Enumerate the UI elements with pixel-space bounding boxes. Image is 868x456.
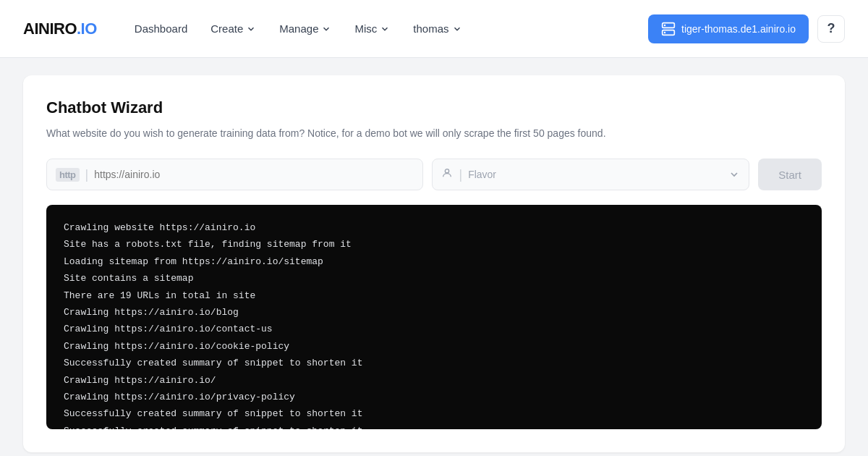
http-icon: http [56,168,80,182]
nav-misc[interactable]: Misc [346,17,399,41]
page-description: What website do you wish to generate tra… [46,126,822,141]
terminal-line: Crawling website https://ainiro.io [64,219,804,236]
terminal-line: Crawling https://ainiro.io/privacy-polic… [64,389,804,405]
page-title: Chatbot Wizard [46,98,822,117]
chatbot-wizard-card: Chatbot Wizard What website do you wish … [23,75,845,452]
terminal-line: Site contains a sitemap [64,270,804,287]
logo[interactable]: AINIRO.IO [23,20,97,38]
flavor-dropdown[interactable]: | Flavor [432,159,749,190]
terminal-line: Successfully created summary of snippet … [64,355,804,371]
server-icon [661,22,676,36]
chevron-down-icon [728,169,740,180]
url-input[interactable] [94,169,414,180]
server-button[interactable]: tiger-thomas.de1.ainiro.io [648,14,809,43]
nav-dashboard[interactable]: Dashboard [126,17,196,41]
chevron-down-icon [380,24,390,34]
terminal-line: Crawling https://ainiro.io/ [64,372,804,389]
terminal: Crawling website https://ainiro.ioSite h… [46,205,822,429]
nav: Dashboard Create Manage Misc thomas [126,17,619,41]
flavor-label: Flavor [468,169,723,180]
header-right: tiger-thomas.de1.ainiro.io ? [648,14,845,43]
terminal-line: Crawling https://ainiro.io/blog [64,304,804,321]
nav-create[interactable]: Create [202,17,265,41]
terminal-line: Site has a robots.txt file, finding site… [64,236,804,253]
nav-manage[interactable]: Manage [271,17,340,41]
help-button[interactable]: ? [817,15,845,43]
terminal-line: Crawling https://ainiro.io/contact-us [64,321,804,337]
chevron-down-icon [452,24,462,34]
terminal-line: Successfully created summary of snippet … [64,405,804,422]
nav-user[interactable]: thomas [404,17,470,41]
chevron-down-icon [246,24,256,34]
header: AINIRO.IO Dashboard Create Manage Misc t… [0,0,868,58]
main-content: Chatbot Wizard What website do you wish … [0,58,868,456]
person-icon [441,167,453,182]
svg-point-4 [446,169,449,173]
url-divider: | [85,167,89,182]
flavor-divider: | [459,167,462,182]
logo-text: AINIRO [23,20,77,38]
start-button[interactable]: Start [758,159,822,190]
input-row: http | | Flavor Start [46,159,822,190]
terminal-line: Loading sitemap from https://ainiro.io/s… [64,253,804,270]
terminal-line: There are 19 URLs in total in site [64,287,804,304]
terminal-line: Crawling https://ainiro.io/cookie-policy [64,338,804,355]
logo-dot: .IO [77,20,97,38]
terminal-line: Successfully created summary of snippet … [64,423,804,429]
url-input-wrapper[interactable]: http | [46,159,423,190]
chevron-down-icon [321,24,331,34]
